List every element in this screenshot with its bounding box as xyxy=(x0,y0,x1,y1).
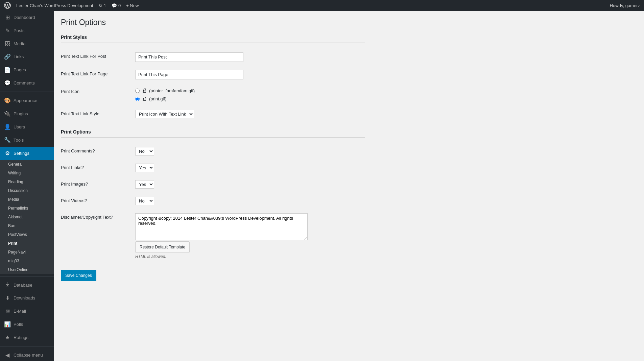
print-icon-option2: 🖨 (print.gif) xyxy=(135,96,365,102)
text-link-page-input[interactable] xyxy=(135,70,243,79)
ratings-icon: ★ xyxy=(4,334,11,341)
print-gif-icon: 🖨 xyxy=(142,96,147,102)
submenu-postviews[interactable]: PostViews xyxy=(0,230,54,239)
print-text-link-style-select[interactable]: Print Icon With Text Link Print Icon Onl… xyxy=(135,110,194,118)
users-icon: 👤 xyxy=(4,124,11,130)
print-icon-row: Print Icon 🖨 (printer_famfamfam.gif) xyxy=(61,83,365,106)
wp-logo-link[interactable] xyxy=(4,2,11,9)
menu-plugins[interactable]: 🔌 Plugins xyxy=(0,107,54,120)
site-name: Lester Chan's WordPress Development xyxy=(16,3,93,8)
database-icon: 🗄 xyxy=(4,282,11,288)
html-allowed-text: HTML is allowed. xyxy=(135,254,365,259)
submenu-akismet[interactable]: Akismet xyxy=(0,213,54,221)
submenu-general[interactable]: General xyxy=(0,160,54,169)
menu-appearance[interactable]: 🎨 Appearance xyxy=(0,94,54,107)
print-images-select[interactable]: Yes No xyxy=(135,180,154,189)
main-content: Print Options Print Styles Print Text Li… xyxy=(54,11,644,361)
print-comments-label: Print Comments? xyxy=(61,148,95,153)
print-images-row: Print Images? Yes No xyxy=(61,176,365,193)
print-text-link-style-label: Print Text Link Style xyxy=(61,111,99,116)
new-content-link[interactable]: + New xyxy=(126,3,139,8)
updates-link[interactable]: ↻ 1 xyxy=(99,3,106,8)
page-title: Print Options xyxy=(61,18,365,28)
appearance-icon: 🎨 xyxy=(4,97,11,104)
print-links-select[interactable]: Yes No xyxy=(135,164,154,172)
print-icon-radio-group: 🖨 (printer_famfamfam.gif) 🖨 (print.gif) xyxy=(135,88,365,102)
submenu-permalinks[interactable]: Permalinks xyxy=(0,204,54,213)
restore-default-button[interactable]: Restore Default Template xyxy=(135,241,190,253)
menu-database[interactable]: 🗄 Database xyxy=(0,279,54,291)
print-comments-row: Print Comments? No Yes xyxy=(61,143,365,160)
print-videos-label: Print Videos? xyxy=(61,198,87,203)
printer-famfam-icon: 🖨 xyxy=(142,88,147,94)
print-text-link-style-row: Print Text Link Style Print Icon With Te… xyxy=(61,106,365,122)
polls-icon: 📊 xyxy=(4,321,11,328)
admin-bar: Lester Chan's WordPress Development ↻ 1 … xyxy=(0,0,644,11)
print-icon-radio1[interactable] xyxy=(135,89,140,93)
submenu-writing[interactable]: Writing xyxy=(0,169,54,177)
print-images-label: Print Images? xyxy=(61,182,88,187)
submenu-useronline[interactable]: UserOnline xyxy=(0,265,54,274)
print-icon-option2-text: (print.gif) xyxy=(149,96,166,101)
print-links-label: Print Links? xyxy=(61,165,84,170)
comments-link[interactable]: 💬 0 xyxy=(112,3,121,8)
menu-tools[interactable]: 🔧 Tools xyxy=(0,134,54,147)
pages-icon: 📄 xyxy=(4,67,11,73)
disclaimer-textarea[interactable]: Copyright &copy; 2014 Lester Chan&#039;s… xyxy=(135,213,308,240)
links-icon: 🔗 xyxy=(4,53,11,60)
posts-icon: ✎ xyxy=(4,27,11,34)
print-styles-table: Print Text Link For Post Print Text Link… xyxy=(61,48,365,122)
text-link-post-row: Print Text Link For Post xyxy=(61,48,365,66)
text-link-post-input[interactable] xyxy=(135,52,243,62)
tools-icon: 🔧 xyxy=(4,137,11,143)
print-videos-select[interactable]: No Yes xyxy=(135,197,154,205)
media-icon: 🖼 xyxy=(4,41,11,47)
print-comments-select[interactable]: No Yes xyxy=(135,147,154,155)
submenu-pagenavi[interactable]: PageNavi xyxy=(0,248,54,257)
email-icon: ✉ xyxy=(4,308,11,314)
save-changes-button[interactable]: Save Changes xyxy=(61,270,96,281)
menu-settings[interactable]: ⚙ Settings xyxy=(0,147,54,160)
settings-submenu: General Writing Reading Discussion Media… xyxy=(0,160,54,274)
menu-email[interactable]: ✉ E-Mail xyxy=(0,305,54,318)
site-name-link[interactable]: Lester Chan's WordPress Development xyxy=(16,3,93,8)
plugins-icon: 🔌 xyxy=(4,111,11,117)
print-icon-radio2[interactable] xyxy=(135,97,140,101)
submenu-discussion[interactable]: Discussion xyxy=(0,186,54,195)
downloads-icon: ⬇ xyxy=(4,295,11,301)
print-options-table: Print Comments? No Yes Print Links? xyxy=(61,143,365,263)
dashboard-icon: ⊞ xyxy=(4,14,11,21)
text-link-post-label: Print Text Link For Post xyxy=(61,54,106,59)
submenu-ban[interactable]: Ban xyxy=(0,221,54,230)
settings-icon: ⚙ xyxy=(4,150,11,157)
print-videos-row: Print Videos? No Yes xyxy=(61,193,365,209)
menu-comments[interactable]: 💬 Comments xyxy=(0,76,54,90)
text-link-page-row: Print Text Link For Page xyxy=(61,66,365,83)
submenu-print[interactable]: Print xyxy=(0,239,54,248)
menu-downloads[interactable]: ⬇ Downloads xyxy=(0,291,54,305)
howdy-text: Howdy, gamerz xyxy=(610,3,640,8)
print-links-row: Print Links? Yes No xyxy=(61,160,365,176)
admin-menu: ⊞ Dashboard ✎ Posts 🖼 Media 🔗 Links 📄 Pa… xyxy=(0,11,54,361)
print-options-heading: Print Options xyxy=(61,129,365,138)
menu-collapse[interactable]: ◀ Collapse menu xyxy=(0,348,54,361)
submenu-mig33[interactable]: mig33 xyxy=(0,257,54,265)
disclaimer-label: Disclaimer/Copyright Text? xyxy=(61,215,113,220)
print-icon-option1: 🖨 (printer_famfamfam.gif) xyxy=(135,88,365,94)
comments-icon: 💬 xyxy=(4,80,11,86)
menu-dashboard[interactable]: ⊞ Dashboard xyxy=(0,11,54,24)
disclaimer-row: Disclaimer/Copyright Text? Copyright &co… xyxy=(61,209,365,263)
submenu-media[interactable]: Media xyxy=(0,195,54,204)
menu-media[interactable]: 🖼 Media xyxy=(0,37,54,50)
menu-links[interactable]: 🔗 Links xyxy=(0,50,54,63)
print-icon-label: Print Icon xyxy=(61,89,79,94)
menu-users[interactable]: 👤 Users xyxy=(0,120,54,134)
menu-ratings[interactable]: ★ Ratings xyxy=(0,331,54,344)
menu-polls[interactable]: 📊 Polls xyxy=(0,318,54,331)
print-styles-heading: Print Styles xyxy=(61,34,365,43)
collapse-icon: ◀ xyxy=(4,352,11,358)
menu-posts[interactable]: ✎ Posts xyxy=(0,24,54,37)
submenu-reading[interactable]: Reading xyxy=(0,177,54,186)
text-link-page-label: Print Text Link For Page xyxy=(61,71,108,76)
menu-pages[interactable]: 📄 Pages xyxy=(0,63,54,76)
